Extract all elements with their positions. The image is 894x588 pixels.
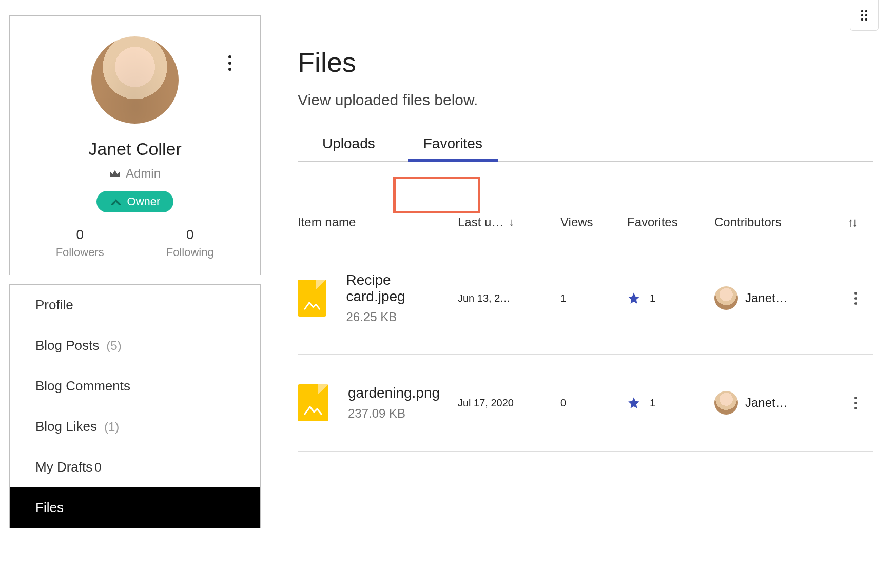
apps-grid-icon [861, 10, 867, 21]
file-name: gardening.png [348, 385, 440, 401]
nav-item-blog-comments[interactable]: Blog Comments [10, 366, 260, 406]
following-label: Following [135, 246, 245, 259]
nav-item-files[interactable]: Files [10, 487, 260, 528]
row-menu-button[interactable] [848, 292, 863, 305]
following-stat[interactable]: 0 Following [135, 227, 245, 259]
profile-menu-button[interactable] [222, 53, 238, 73]
favorites-cell: 1 [627, 396, 704, 409]
contributor-name: Janet… [745, 396, 788, 410]
nav-count: (1) [104, 420, 119, 434]
profile-role-label: Admin [126, 166, 161, 181]
profile-card: Janet Coller Admin Owner 0 Followers 0 F… [9, 15, 261, 275]
contributor-avatar[interactable] [714, 286, 738, 310]
col-views[interactable]: Views [560, 215, 617, 229]
col-contributors[interactable]: Contributors [714, 215, 838, 229]
col-item-name[interactable]: Item name [298, 215, 448, 229]
profile-role: Admin [25, 166, 245, 181]
last-updated-cell: Jul 17, 2020 [458, 397, 550, 409]
followers-stat[interactable]: 0 Followers [25, 227, 135, 259]
followers-count: 0 [25, 227, 135, 243]
tab-uploads[interactable]: Uploads [313, 129, 384, 161]
nav-item-my-drafts[interactable]: My Drafts0 [10, 447, 260, 487]
profile-stats: 0 Followers 0 Following [25, 227, 245, 259]
nav-item-blog-likes[interactable]: Blog Likes (1) [10, 406, 260, 447]
tabs: Uploads Favorites [298, 129, 873, 162]
item-text: Recipe card.jpeg 26.25 KB [346, 272, 448, 324]
nav-label: Blog Comments [35, 378, 130, 394]
image-file-icon [298, 384, 328, 421]
apps-menu-button[interactable] [850, 0, 879, 31]
contributor-avatar[interactable] [714, 391, 738, 415]
table-row[interactable]: gardening.png 237.09 KB Jul 17, 2020 0 1… [298, 355, 873, 452]
nav-count: (5) [106, 339, 121, 353]
sort-arrows-icon: ↑↓ [848, 215, 856, 229]
table-header: Item name Last u… ↓ Views Favorites Cont… [298, 208, 873, 242]
nav-card: Profile Blog Posts (5) Blog Comments Blo… [9, 284, 261, 528]
file-size: 237.09 KB [348, 406, 440, 421]
sidebar: Janet Coller Admin Owner 0 Followers 0 F… [9, 15, 261, 528]
favorites-count: 1 [650, 397, 655, 409]
contributors-cell: Janet… [714, 286, 838, 310]
star-icon[interactable] [627, 396, 640, 409]
following-count: 0 [135, 227, 245, 243]
owner-badge: Owner [96, 191, 174, 212]
page-subtitle: View uploaded files below. [298, 91, 873, 109]
sort-desc-icon: ↓ [509, 215, 514, 229]
nav-label: Files [35, 500, 64, 516]
nav-item-blog-posts[interactable]: Blog Posts (5) [10, 325, 260, 366]
file-name: Recipe card.jpeg [346, 272, 448, 305]
nav-count: 0 [94, 460, 101, 475]
files-table: Item name Last u… ↓ Views Favorites Cont… [298, 208, 873, 452]
item-cell: gardening.png 237.09 KB [298, 384, 448, 421]
row-menu-button[interactable] [848, 397, 863, 409]
avatar[interactable] [91, 36, 179, 124]
tab-favorites[interactable]: Favorites [414, 129, 492, 161]
nav-label: Profile [35, 297, 73, 313]
nav-label: Blog Likes [35, 419, 97, 435]
nav-item-profile[interactable]: Profile [10, 285, 260, 325]
item-text: gardening.png 237.09 KB [348, 385, 440, 421]
table-row[interactable]: Recipe card.jpeg 26.25 KB Jun 13, 2… 1 1… [298, 242, 873, 355]
favorites-count: 1 [650, 292, 655, 304]
followers-label: Followers [25, 246, 135, 259]
crown-icon [109, 169, 121, 178]
image-file-icon [298, 280, 326, 317]
col-favorites[interactable]: Favorites [627, 215, 704, 229]
profile-name: Janet Coller [25, 139, 245, 159]
views-cell: 1 [560, 292, 617, 304]
col-sort[interactable]: ↑↓ [848, 215, 873, 229]
nav-label: My Drafts [35, 459, 92, 475]
item-cell: Recipe card.jpeg 26.25 KB [298, 272, 448, 324]
contributors-cell: Janet… [714, 391, 838, 415]
col-last-updated[interactable]: Last u… ↓ [458, 215, 550, 229]
plant-icon [110, 197, 122, 206]
nav-label: Blog Posts [35, 338, 99, 354]
file-size: 26.25 KB [346, 310, 448, 324]
views-cell: 0 [560, 397, 617, 409]
main-content: Files View uploaded files below. Uploads… [298, 46, 873, 452]
favorites-cell: 1 [627, 291, 704, 305]
star-icon[interactable] [627, 291, 640, 305]
last-updated-cell: Jun 13, 2… [458, 292, 550, 304]
owner-badge-label: Owner [127, 195, 161, 208]
contributor-name: Janet… [745, 291, 788, 305]
page-title: Files [298, 46, 873, 78]
